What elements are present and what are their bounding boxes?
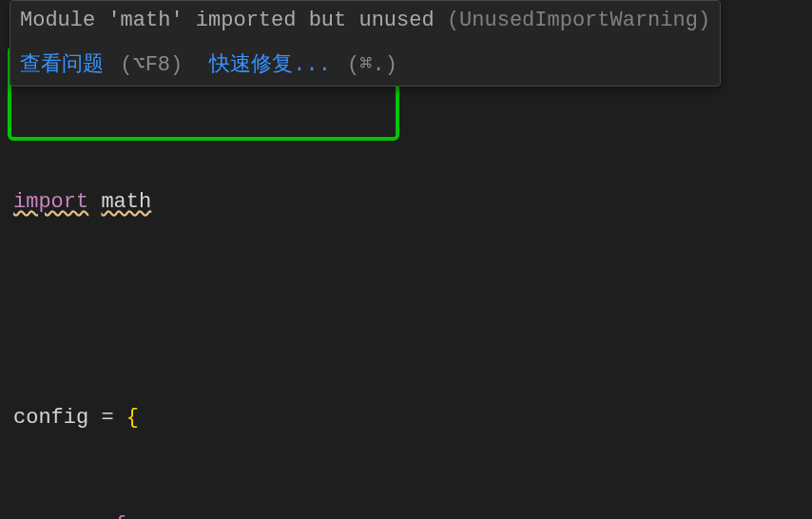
- code-line-a: a = {: [13, 508, 177, 519]
- view-problem-shortcut: (⌥F8): [120, 53, 183, 77]
- op-eq: =: [101, 406, 113, 430]
- diagnostic-actions: 查看问题 (⌥F8) 快速修复... (⌘.): [20, 49, 710, 78]
- code-line-config: config = {: [13, 400, 177, 436]
- view-problem-label: 查看问题: [20, 53, 104, 77]
- module-name: math: [101, 190, 151, 214]
- var-a: a: [64, 513, 76, 519]
- keyword-import: import: [13, 190, 88, 214]
- quick-fix-label: 快速修复...: [209, 53, 331, 77]
- view-problem-link[interactable]: 查看问题 (⌥F8): [20, 49, 183, 78]
- brace-open: {: [126, 406, 139, 430]
- brace-open: {: [114, 513, 126, 519]
- diagnostic-tooltip: Module 'math' imported but unused (Unuse…: [10, 0, 721, 86]
- quick-fix-link[interactable]: 快速修复... (⌘.): [209, 49, 397, 78]
- quick-fix-shortcut: (⌘.): [347, 53, 397, 77]
- op-eq: =: [88, 513, 101, 519]
- code-line-import: import math: [13, 184, 177, 221]
- code-editor[interactable]: import math config = { a = { x = 1 y = 2…: [13, 112, 177, 519]
- diagnostic-text: Module 'math' imported but unused: [20, 9, 447, 32]
- var-config: config: [13, 406, 88, 430]
- diagnostic-code: (UnusedImportWarning): [447, 9, 710, 32]
- code-line-blank: [13, 292, 177, 328]
- diagnostic-message: Module 'math' imported but unused (Unuse…: [20, 7, 710, 36]
